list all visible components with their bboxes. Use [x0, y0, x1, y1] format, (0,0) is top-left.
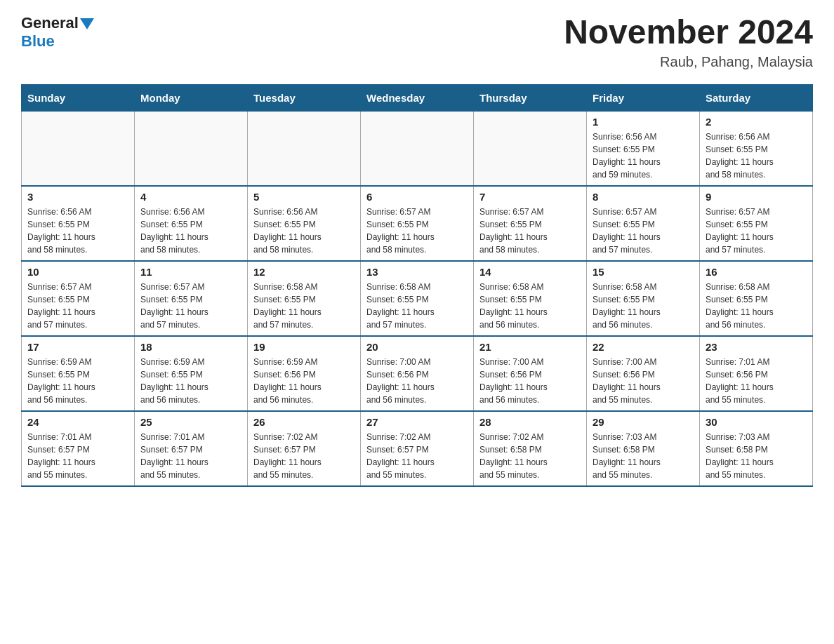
- day-info: Sunrise: 7:03 AMSunset: 6:58 PMDaylight:…: [593, 431, 694, 481]
- day-number: 26: [253, 416, 355, 428]
- day-info: Sunrise: 6:57 AMSunset: 6:55 PMDaylight:…: [593, 206, 694, 256]
- calendar-week-row: 24Sunrise: 7:01 AMSunset: 6:57 PMDayligh…: [22, 411, 813, 486]
- day-of-week-header-saturday: Saturday: [700, 84, 813, 111]
- day-info: Sunrise: 6:56 AMSunset: 6:55 PMDaylight:…: [27, 206, 128, 256]
- day-of-week-header-thursday: Thursday: [474, 84, 587, 111]
- day-number: 16: [706, 266, 807, 278]
- title-block: November 2024 Raub, Pahang, Malaysia: [564, 14, 813, 70]
- calendar-table: SundayMondayTuesdayWednesdayThursdayFrid…: [21, 84, 813, 487]
- day-info: Sunrise: 7:01 AMSunset: 6:57 PMDaylight:…: [140, 431, 241, 481]
- calendar-cell: 25Sunrise: 7:01 AMSunset: 6:57 PMDayligh…: [135, 411, 248, 486]
- day-info: Sunrise: 6:56 AMSunset: 6:55 PMDaylight:…: [706, 130, 807, 181]
- day-number: 3: [27, 191, 128, 203]
- day-number: 15: [593, 266, 694, 278]
- day-number: 2: [706, 116, 807, 128]
- calendar-cell: 20Sunrise: 7:00 AMSunset: 6:56 PMDayligh…: [361, 336, 474, 411]
- calendar-cell: 1Sunrise: 6:56 AMSunset: 6:55 PMDaylight…: [587, 111, 700, 186]
- calendar-cell: [474, 111, 587, 186]
- day-info: Sunrise: 6:58 AMSunset: 6:55 PMDaylight:…: [253, 281, 355, 331]
- day-info: Sunrise: 6:58 AMSunset: 6:55 PMDaylight:…: [366, 281, 468, 331]
- day-info: Sunrise: 7:02 AMSunset: 6:58 PMDaylight:…: [479, 431, 581, 481]
- day-info: Sunrise: 6:56 AMSunset: 6:55 PMDaylight:…: [593, 130, 694, 181]
- calendar-cell: 24Sunrise: 7:01 AMSunset: 6:57 PMDayligh…: [22, 411, 135, 486]
- calendar-cell: 2Sunrise: 6:56 AMSunset: 6:55 PMDaylight…: [700, 111, 813, 186]
- day-info: Sunrise: 7:02 AMSunset: 6:57 PMDaylight:…: [253, 431, 355, 481]
- calendar-cell: 29Sunrise: 7:03 AMSunset: 6:58 PMDayligh…: [587, 411, 700, 486]
- calendar-cell: 11Sunrise: 6:57 AMSunset: 6:55 PMDayligh…: [135, 261, 248, 336]
- calendar-cell: 7Sunrise: 6:57 AMSunset: 6:55 PMDaylight…: [474, 186, 587, 261]
- day-info: Sunrise: 7:01 AMSunset: 6:56 PMDaylight:…: [706, 356, 807, 406]
- day-of-week-header-tuesday: Tuesday: [248, 84, 361, 111]
- calendar-week-row: 17Sunrise: 6:59 AMSunset: 6:55 PMDayligh…: [22, 336, 813, 411]
- calendar-cell: [135, 111, 248, 186]
- day-info: Sunrise: 7:01 AMSunset: 6:57 PMDaylight:…: [27, 431, 128, 481]
- calendar-cell: 6Sunrise: 6:57 AMSunset: 6:55 PMDaylight…: [361, 186, 474, 261]
- calendar-cell: 28Sunrise: 7:02 AMSunset: 6:58 PMDayligh…: [474, 411, 587, 486]
- day-info: Sunrise: 6:56 AMSunset: 6:55 PMDaylight:…: [253, 206, 355, 256]
- logo-triangle-icon: [80, 18, 94, 29]
- day-info: Sunrise: 6:57 AMSunset: 6:55 PMDaylight:…: [140, 281, 241, 331]
- day-info: Sunrise: 7:00 AMSunset: 6:56 PMDaylight:…: [593, 356, 694, 406]
- day-info: Sunrise: 6:56 AMSunset: 6:55 PMDaylight:…: [140, 206, 241, 256]
- day-number: 24: [27, 416, 128, 428]
- day-info: Sunrise: 7:02 AMSunset: 6:57 PMDaylight:…: [366, 431, 468, 481]
- day-info: Sunrise: 6:57 AMSunset: 6:55 PMDaylight:…: [479, 206, 581, 256]
- calendar-cell: 3Sunrise: 6:56 AMSunset: 6:55 PMDaylight…: [22, 186, 135, 261]
- calendar-cell: 10Sunrise: 6:57 AMSunset: 6:55 PMDayligh…: [22, 261, 135, 336]
- day-of-week-header-sunday: Sunday: [22, 84, 135, 111]
- calendar-cell: 30Sunrise: 7:03 AMSunset: 6:58 PMDayligh…: [700, 411, 813, 486]
- logo-blue-text: Blue: [21, 32, 55, 51]
- calendar-cell: 9Sunrise: 6:57 AMSunset: 6:55 PMDaylight…: [700, 186, 813, 261]
- day-of-week-header-friday: Friday: [587, 84, 700, 111]
- calendar-cell: 8Sunrise: 6:57 AMSunset: 6:55 PMDaylight…: [587, 186, 700, 261]
- calendar-cell: 23Sunrise: 7:01 AMSunset: 6:56 PMDayligh…: [700, 336, 813, 411]
- day-number: 23: [706, 341, 807, 353]
- days-of-week-row: SundayMondayTuesdayWednesdayThursdayFrid…: [22, 84, 813, 111]
- day-info: Sunrise: 6:59 AMSunset: 6:55 PMDaylight:…: [27, 356, 128, 406]
- day-info: Sunrise: 7:00 AMSunset: 6:56 PMDaylight:…: [479, 356, 581, 406]
- day-of-week-header-wednesday: Wednesday: [361, 84, 474, 111]
- day-number: 11: [140, 266, 241, 278]
- day-number: 21: [479, 341, 581, 353]
- calendar-cell: 15Sunrise: 6:58 AMSunset: 6:55 PMDayligh…: [587, 261, 700, 336]
- calendar-week-row: 3Sunrise: 6:56 AMSunset: 6:55 PMDaylight…: [22, 186, 813, 261]
- calendar-body: 1Sunrise: 6:56 AMSunset: 6:55 PMDaylight…: [22, 111, 813, 486]
- day-info: Sunrise: 7:00 AMSunset: 6:56 PMDaylight:…: [366, 356, 468, 406]
- logo: General Blue: [21, 14, 94, 51]
- day-number: 18: [140, 341, 241, 353]
- day-number: 4: [140, 191, 241, 203]
- logo-general: General: [21, 14, 94, 32]
- day-info: Sunrise: 7:03 AMSunset: 6:58 PMDaylight:…: [706, 431, 807, 481]
- day-number: 20: [366, 341, 468, 353]
- day-number: 6: [366, 191, 468, 203]
- day-number: 7: [479, 191, 581, 203]
- day-number: 22: [593, 341, 694, 353]
- calendar-cell: 26Sunrise: 7:02 AMSunset: 6:57 PMDayligh…: [248, 411, 361, 486]
- day-info: Sunrise: 6:58 AMSunset: 6:55 PMDaylight:…: [593, 281, 694, 331]
- location-title: Raub, Pahang, Malaysia: [564, 54, 813, 70]
- day-info: Sunrise: 6:59 AMSunset: 6:55 PMDaylight:…: [140, 356, 241, 406]
- day-number: 10: [27, 266, 128, 278]
- month-title: November 2024: [564, 14, 813, 51]
- day-number: 9: [706, 191, 807, 203]
- calendar-cell: 18Sunrise: 6:59 AMSunset: 6:55 PMDayligh…: [135, 336, 248, 411]
- day-number: 29: [593, 416, 694, 428]
- day-number: 5: [253, 191, 355, 203]
- day-info: Sunrise: 6:57 AMSunset: 6:55 PMDaylight:…: [27, 281, 128, 331]
- day-number: 8: [593, 191, 694, 203]
- calendar-cell: 21Sunrise: 7:00 AMSunset: 6:56 PMDayligh…: [474, 336, 587, 411]
- calendar-cell: 27Sunrise: 7:02 AMSunset: 6:57 PMDayligh…: [361, 411, 474, 486]
- day-number: 12: [253, 266, 355, 278]
- calendar-cell: [361, 111, 474, 186]
- calendar-cell: 16Sunrise: 6:58 AMSunset: 6:55 PMDayligh…: [700, 261, 813, 336]
- day-number: 1: [593, 116, 694, 128]
- day-info: Sunrise: 6:58 AMSunset: 6:55 PMDaylight:…: [706, 281, 807, 331]
- calendar-header: SundayMondayTuesdayWednesdayThursdayFrid…: [22, 84, 813, 111]
- page-header: General Blue November 2024 Raub, Pahang,…: [21, 14, 813, 70]
- calendar-cell: 5Sunrise: 6:56 AMSunset: 6:55 PMDaylight…: [248, 186, 361, 261]
- calendar-cell: 19Sunrise: 6:59 AMSunset: 6:56 PMDayligh…: [248, 336, 361, 411]
- calendar-cell: 14Sunrise: 6:58 AMSunset: 6:55 PMDayligh…: [474, 261, 587, 336]
- day-info: Sunrise: 6:57 AMSunset: 6:55 PMDaylight:…: [366, 206, 468, 256]
- logo-general-text: General: [21, 14, 79, 32]
- calendar-cell: [22, 111, 135, 186]
